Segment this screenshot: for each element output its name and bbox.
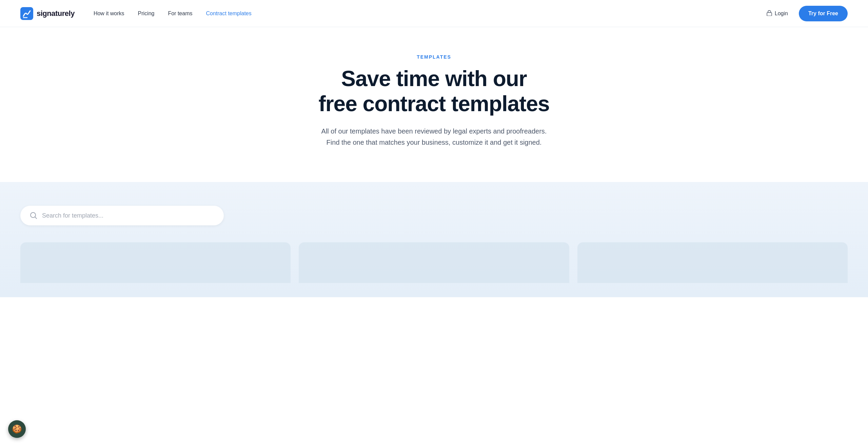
login-label: Login [775, 11, 788, 17]
hero-title-line2: free contract templates [318, 92, 549, 116]
search-bar [20, 206, 224, 225]
nav-pricing[interactable]: Pricing [133, 8, 160, 19]
nav-how-it-works[interactable]: How it works [88, 8, 130, 19]
navbar-right: Login Try for Free [761, 6, 848, 21]
nav-contract-templates[interactable]: Contract templates [200, 8, 257, 19]
svg-rect-1 [767, 13, 772, 16]
nav-links: How it works Pricing For teams Contract … [88, 8, 257, 19]
lock-icon [767, 10, 772, 17]
hero-subtitle: All of our templates have been reviewed … [319, 126, 549, 148]
login-button[interactable]: Login [761, 7, 793, 20]
navbar: signaturely How it works Pricing For tea… [0, 0, 868, 27]
search-icon [30, 212, 37, 219]
template-card-1[interactable] [20, 242, 291, 283]
hero-title: Save time with our free contract templat… [315, 66, 553, 116]
template-card-2[interactable] [299, 242, 569, 283]
logo-text: signaturely [37, 9, 75, 18]
search-section [0, 182, 868, 297]
template-cards-row [20, 242, 848, 283]
logo-icon [20, 7, 33, 20]
hero-title-line1: Save time with our [341, 66, 527, 91]
nav-for-teams[interactable]: For teams [162, 8, 198, 19]
logo[interactable]: signaturely [20, 7, 75, 20]
hero-section: TEMPLATES Save time with our free contra… [0, 27, 868, 182]
search-input[interactable] [42, 212, 214, 219]
template-card-3[interactable] [577, 242, 848, 283]
try-for-free-button[interactable]: Try for Free [799, 6, 848, 21]
search-container [20, 206, 237, 225]
navbar-left: signaturely How it works Pricing For tea… [20, 7, 257, 20]
hero-label: TEMPLATES [14, 54, 854, 60]
